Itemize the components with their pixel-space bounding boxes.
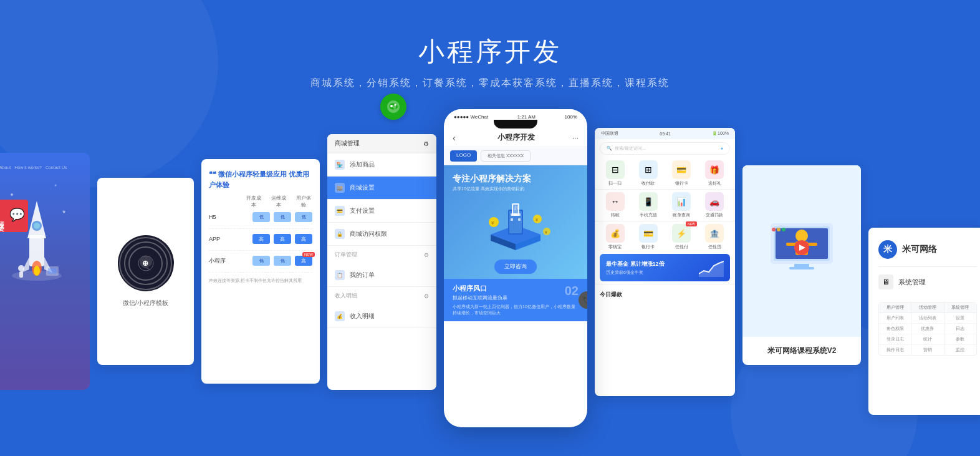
col-activity: 活动管理 [911, 303, 944, 313]
phone-nav-bar: ‹ 小程序开发 ··· [444, 129, 587, 147]
income-section-header: 收入明细 ⚙ [327, 287, 436, 305]
compare-divider3 [209, 272, 312, 273]
wallet-pay[interactable]: ⊞ 收付款 [633, 160, 663, 187]
wallet-app-bank[interactable]: 💳 银行卡 [633, 224, 663, 250]
phone-more-icon[interactable]: ··· [572, 133, 579, 142]
qianbao-label: 零钱宝 [608, 244, 622, 250]
svg-point-51 [777, 228, 781, 231]
wallet-search-text: 搜索/最近访问... [615, 145, 646, 152]
wallet-gift[interactable]: 🎁 送好礼 [699, 160, 730, 187]
cards-container: About How it works? Contact Us [0, 103, 980, 427]
phone-bottom-desc: 小程序成为新一轮上百亿利器，借力10亿微信用户，小程序数量持续增长，市场空间巨大 [453, 304, 579, 316]
store-settings-icon: 🏬 [335, 183, 345, 193]
wallet-scan[interactable]: ⊟ 扫一扫 [600, 160, 630, 187]
card-phone: ●●●●● WeChat 1:21 AM 100% ‹ 小程序开发 ··· LO… [444, 109, 587, 427]
phone-tab-info[interactable]: 相关信息 XXXXXX [481, 150, 531, 162]
compare-row-miniprogram: 小程序 低 低 高 NEW [209, 256, 312, 266]
svg-text:¥: ¥ [536, 218, 538, 222]
svg-text:★: ★ [62, 209, 66, 215]
rocket-nav: About How it works? Contact Us [0, 165, 84, 170]
page-subtitle: 商城系统，分销系统，订餐系统，零成本获客系统，直播系统，课程系统 [0, 77, 980, 90]
col-ux: 用户体验 [295, 195, 312, 208]
wallet-traffic[interactable]: 🚗 交通罚款 [699, 192, 730, 218]
scan-icon: ⊟ [606, 160, 625, 179]
chat-icon: 💬 [9, 207, 24, 222]
admin-header-title: 商城管理 [335, 139, 360, 148]
card-admin: 商城管理 ⚙ 🏪 添加商品 🏬 商城设置 💳 支付设置 🔒 商城访问权限 订单管… [327, 134, 436, 390]
svg-point-9 [18, 265, 24, 271]
admin-menu-item-payment[interactable]: 💳 支付设置 [327, 200, 436, 223]
topup-icon: 📱 [639, 192, 658, 211]
pay-label: 收付款 [641, 180, 655, 187]
qianbao-icon: 💰 [606, 224, 625, 243]
gear-icon: ⚙ [423, 140, 429, 147]
phone-cta-button[interactable]: 立即咨询 [494, 260, 537, 274]
table-row-4: 操作日志 营销 监控 [879, 345, 976, 355]
admin-menu-item-add[interactable]: 🏪 添加商品 [327, 153, 436, 177]
wallet-transfer[interactable]: ↔ 转账 [600, 192, 630, 218]
svg-text:JP: JP [514, 206, 520, 210]
orders-section-header: 订单管理 ⚙ [327, 246, 436, 264]
chat-sidebar-button[interactable]: 💬 与我交谈 ‹ [0, 200, 28, 232]
wallet-search[interactable]: 🔍 搜索/最近访问... + [600, 142, 730, 155]
svg-text:⊕: ⊕ [142, 259, 148, 268]
income-icon: 💰 [335, 311, 345, 321]
admin-menu-item-income[interactable]: 💰 收入明细 [327, 305, 436, 328]
phone-tab-logo[interactable]: LOGO [450, 150, 477, 162]
svg-point-1 [55, 185, 57, 187]
payment-label: 支付设置 [350, 206, 375, 215]
rocket-nav-how[interactable]: How it works? [14, 165, 42, 170]
add-product-icon: 🏪 [335, 160, 345, 170]
add-product-label: 添加商品 [350, 160, 375, 169]
rocket-nav-about[interactable]: About [0, 165, 11, 170]
income-gear-icon: ⚙ [424, 293, 429, 299]
bank-icon: 💳 [639, 224, 658, 243]
card-label: 银行卡 [675, 180, 688, 187]
phone-nav-title: 小程序开发 [461, 132, 572, 143]
store-settings-label: 商城设置 [350, 183, 375, 192]
phone-tower-area: ¥ ¥ ¥ JP [453, 197, 579, 260]
wallet-promo-title: 最牛基金 累计增涨12倍 [606, 260, 694, 268]
phone-tabs: LOGO 相关信息 XXXXXX [444, 147, 587, 165]
admin-menu-item-settings[interactable]: 🏬 商城设置 [327, 177, 436, 200]
orders-icon: 📋 [335, 270, 345, 280]
table-row-1: 用户列表 活动列表 设置 [879, 313, 976, 324]
phone-banner: 专注小程序解决方案 共享10亿流量 高效实现你的营销目的 [444, 165, 587, 279]
phone-battery: 100% [565, 114, 577, 120]
col-user: 用户管理 [879, 303, 911, 313]
compare-divider2 [209, 250, 312, 251]
wallet-app-qianbao[interactable]: 💰 零钱宝 [600, 224, 630, 250]
orders-label: 我的订单 [350, 271, 375, 279]
rocket-nav-contact[interactable]: Contact Us [46, 165, 67, 170]
wallet-add-icon[interactable]: + [721, 147, 723, 151]
wallet-app-rendai[interactable]: 🏦 任性贷 [699, 224, 730, 250]
admin-menu-item-access[interactable]: 🔒 商城访问权限 [327, 223, 436, 246]
wallet-topup[interactable]: 📱 手机充值 [633, 192, 663, 218]
promo-chart [699, 258, 724, 277]
admin-menu-item-orders[interactable]: 📋 我的订单 [327, 264, 436, 287]
bill-label: 账单查询 [673, 212, 690, 218]
rocket-illustration: ★ ★ [0, 176, 74, 288]
svg-point-6 [34, 266, 40, 276]
compare-title-quotes: ❝❝ [209, 170, 218, 178]
mico-logo-text: 米可网络 [902, 244, 937, 255]
payment-icon: 💳 [335, 206, 345, 216]
svg-rect-45 [807, 243, 817, 246]
wallet-top-grid: ⊟ 扫一扫 ⊞ 收付款 💳 银行卡 🎁 送好礼 [595, 158, 735, 189]
wallet-app-renxing[interactable]: ⚡ NEW 任性付 [666, 224, 697, 250]
card-qr: ⊕ 微信/小程序模板 [97, 178, 194, 365]
wallet-card[interactable]: 💳 银行卡 [666, 160, 697, 187]
wallet-bill[interactable]: 📊 账单查询 [666, 192, 697, 218]
bank-label: 银行卡 [641, 244, 655, 250]
svg-rect-49 [789, 267, 814, 269]
income-label: 收入明细 [350, 312, 375, 321]
svg-rect-29 [518, 218, 521, 221]
svg-text:¥: ¥ [491, 220, 494, 226]
card-course: 米可网络课程系统V2 [742, 165, 861, 365]
course-illustration-area [742, 165, 861, 337]
access-label: 商城访问权限 [350, 230, 387, 238]
phone-banner-subtitle: 共享10亿流量 高效实现你的营销目的 [453, 186, 579, 192]
col-system: 系统管理 [944, 303, 976, 313]
phone-back-icon[interactable]: ‹ [453, 133, 456, 143]
topup-label: 手机充值 [640, 212, 657, 218]
